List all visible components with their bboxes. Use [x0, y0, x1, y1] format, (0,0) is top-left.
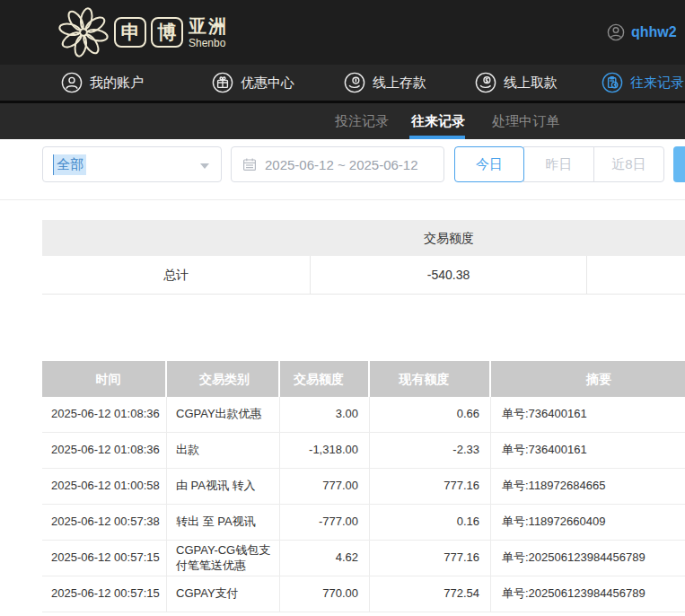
summary-header-empty2: [587, 220, 685, 256]
user-icon: [61, 72, 83, 93]
nav-item-promotions[interactable]: 优惠中心: [212, 65, 294, 101]
col-header-summary: 摘要: [491, 361, 685, 397]
nav-item-deposit[interactable]: 线上存款: [344, 65, 426, 101]
cell-summary: 单号:118972684665: [491, 469, 685, 505]
summary-table: 交易额度 总计 -540.38: [42, 220, 685, 295]
user-account[interactable]: qhhw2: [607, 23, 677, 41]
logo-flower-icon: [57, 6, 110, 58]
summary-table-header: 交易额度: [42, 220, 685, 256]
cell-time: 2025-06-12 01:00:58: [42, 469, 167, 505]
cell-amount: 3.00: [280, 397, 370, 433]
col-header-time: 时间: [42, 361, 167, 397]
logo-char-bo: 博: [151, 17, 183, 48]
cell-summary: 单号:202506123984456789: [491, 576, 685, 612]
table-row: 2025-06-12 00:57:15 CGPAY支付 770.00 772.5…: [42, 576, 685, 612]
summary-header-empty: [42, 220, 311, 256]
nav-item-withdraw[interactable]: 线上取款: [475, 65, 558, 101]
col-header-balance: 现有额度: [370, 361, 491, 397]
cell-balance: -2.33: [370, 433, 491, 469]
cell-summary: 单号:202506123984456789: [491, 541, 685, 576]
records-icon: [602, 72, 623, 93]
cell-balance: 0.66: [370, 397, 491, 433]
cell-balance: 777.16: [370, 469, 491, 505]
nav-label: 优惠中心: [241, 75, 294, 92]
cell-summary: 单号:118972660409: [491, 505, 685, 541]
cell-type: 出款: [167, 433, 280, 469]
main-nav: 我的账户 优惠中心 线上存款: [0, 65, 685, 101]
nav-item-my-account[interactable]: 我的账户: [61, 65, 144, 101]
nav-label: 线上存款: [373, 75, 426, 92]
cell-type: CGPAY出款优惠: [167, 397, 280, 433]
date-range-value: 2025-06-12 ~ 2025-06-12: [265, 157, 418, 172]
logo-char-shen: 申: [114, 17, 146, 48]
chevron-down-icon: [200, 163, 209, 169]
username[interactable]: qhhw2: [631, 24, 677, 40]
filter-divider: [0, 199, 685, 200]
cell-time: 2025-06-12 00:57:15: [42, 541, 167, 576]
nav-item-transactions[interactable]: 往来记录: [602, 65, 684, 101]
cell-balance: 772.54: [370, 576, 491, 612]
tab-transaction-records[interactable]: 往来记录: [411, 103, 465, 139]
transactions-table: 时间 交易类别 交易额度 现有额度 摘要 2025-06-12 01:08:36…: [42, 361, 685, 612]
tab-pending-orders[interactable]: 处理中订单: [492, 103, 559, 139]
col-header-amount: 交易额度: [280, 361, 370, 397]
date-range-input[interactable]: 2025-06-12 ~ 2025-06-12: [231, 146, 444, 182]
site-logo: 申 博 亚洲 Shenbo: [57, 6, 228, 58]
table-row: 2025-06-12 01:08:36 CGPAY出款优惠 3.00 0.66 …: [42, 397, 685, 433]
cell-amount: -777.00: [280, 505, 370, 541]
deposit-icon: [344, 72, 365, 93]
type-select[interactable]: 全部: [42, 146, 222, 182]
cell-time: 2025-06-12 01:08:36: [42, 397, 167, 433]
cell-time: 2025-06-12 01:08:36: [42, 433, 167, 469]
cell-type: CGPAY-CG钱包支付笔笔送优惠: [167, 541, 280, 576]
cell-balance: 0.16: [370, 505, 491, 541]
search-button[interactable]: [673, 146, 685, 182]
logo-wordmark: 亚洲 Shenbo: [189, 17, 228, 48]
cell-balance: 777.16: [370, 541, 491, 576]
cell-type: CGPAY支付: [167, 576, 280, 612]
cell-amount: 770.00: [280, 576, 370, 612]
summary-total-label: 总计: [42, 256, 311, 295]
sub-nav: 投注记录 往来记录 处理中订单: [0, 103, 685, 139]
logo-latin: Shenbo: [189, 38, 228, 48]
table-row: 2025-06-12 00:57:38 转出 至 PA视讯 -777.00 0.…: [42, 505, 685, 541]
quick-filter-yesterday[interactable]: 昨日: [523, 146, 594, 182]
cell-amount: 4.62: [280, 541, 370, 576]
nav-label: 线上取款: [504, 75, 558, 92]
withdraw-icon: [475, 72, 496, 93]
summary-total-row: 总计 -540.38: [42, 256, 685, 295]
type-select-value: 全部: [53, 154, 86, 175]
col-header-type: 交易类别: [167, 361, 280, 397]
tab-bet-records[interactable]: 投注记录: [335, 103, 389, 139]
gift-icon: [212, 72, 233, 93]
summary-total-value: -540.38: [311, 256, 587, 295]
cell-summary: 单号:736400161: [491, 397, 685, 433]
top-header: 申 博 亚洲 Shenbo qhhw2: [0, 0, 685, 65]
cell-amount: 777.00: [280, 469, 370, 505]
quick-filter-last8days[interactable]: 近8日: [593, 146, 664, 182]
nav-label: 我的账户: [90, 75, 144, 92]
transactions-table-header: 时间 交易类别 交易额度 现有额度 摘要: [42, 361, 685, 397]
cell-amount: -1,318.00: [280, 433, 370, 469]
table-row: 2025-06-12 01:00:58 由 PA视讯 转入 777.00 777…: [42, 469, 685, 505]
cell-summary: 单号:736400161: [491, 433, 685, 469]
summary-header-amount: 交易额度: [311, 220, 587, 256]
active-tab-underline: [409, 136, 465, 139]
nav-label: 往来记录: [630, 75, 684, 92]
summary-total-empty: [587, 256, 685, 295]
user-avatar-icon: [607, 23, 625, 41]
cell-time: 2025-06-12 00:57:15: [42, 576, 167, 612]
quick-filter-today[interactable]: 今日: [454, 146, 524, 182]
cell-type: 由 PA视讯 转入: [167, 469, 280, 505]
table-row: 2025-06-12 00:57:15 CGPAY-CG钱包支付笔笔送优惠 4.…: [42, 541, 685, 576]
cell-time: 2025-06-12 00:57:38: [42, 505, 167, 541]
calendar-icon: [242, 157, 257, 172]
table-row: 2025-06-12 01:08:36 出款 -1,318.00 -2.33 单…: [42, 433, 685, 469]
logo-region: 亚洲: [189, 17, 228, 35]
cell-type: 转出 至 PA视讯: [167, 505, 280, 541]
